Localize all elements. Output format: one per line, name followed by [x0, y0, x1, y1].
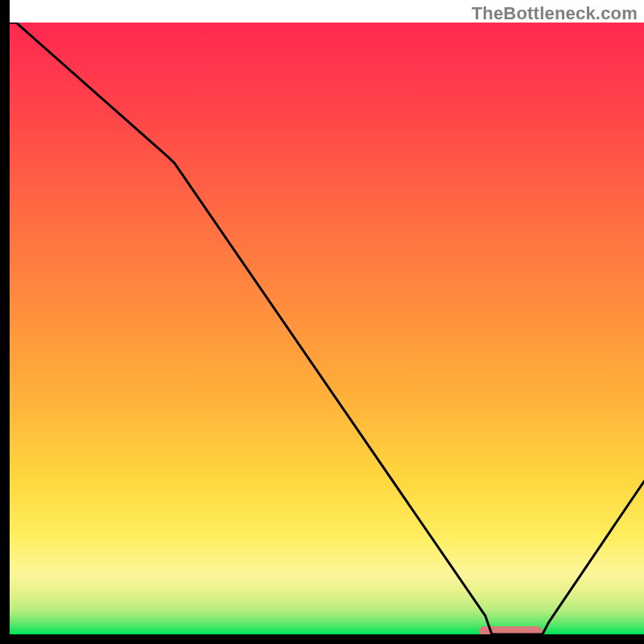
bottleneck-chart: TheBottleneck.com — [0, 0, 644, 644]
plot-area — [0, 0, 644, 644]
gradient-background — [10, 23, 644, 634]
x-axis — [0, 634, 644, 644]
chart-canvas — [0, 0, 644, 644]
y-axis — [0, 0, 10, 644]
watermark-text: TheBottleneck.com — [472, 3, 638, 24]
